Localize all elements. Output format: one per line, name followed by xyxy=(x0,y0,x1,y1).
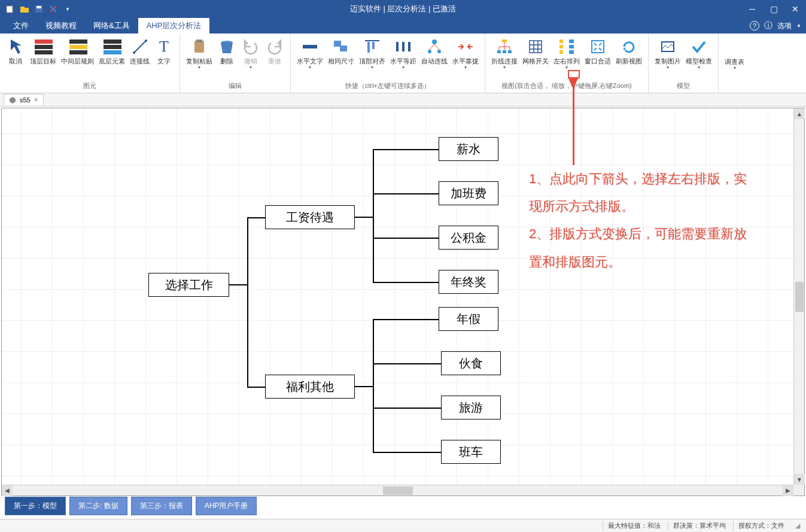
qat-open-icon[interactable] xyxy=(19,4,30,14)
redo-button[interactable]: 重做 xyxy=(263,36,287,66)
tab-video[interactable]: 视频教程 xyxy=(37,18,85,34)
svg-rect-10 xyxy=(104,45,121,49)
maximize-button[interactable]: ▢ xyxy=(763,0,784,18)
options-label[interactable]: 选项 xyxy=(777,21,792,31)
fit-icon xyxy=(588,37,607,56)
connector-button[interactable]: 连接线 xyxy=(127,36,152,66)
layers-yellow-icon xyxy=(68,37,87,56)
undo-button[interactable]: 撤销▾ xyxy=(239,36,263,71)
tab-ahp[interactable]: AHP层次分析法 xyxy=(138,18,210,34)
check-button[interactable]: 模型检查▾ xyxy=(683,36,714,71)
minimize-button[interactable]: ─ xyxy=(741,0,763,18)
svg-rect-36 xyxy=(559,39,563,43)
connector xyxy=(355,217,373,218)
qat-dropdown-icon[interactable]: ▼ xyxy=(62,4,73,14)
connector xyxy=(373,319,374,452)
connector xyxy=(355,386,373,387)
refresh-icon xyxy=(619,37,638,56)
bottom-layer-button[interactable]: 底层元素 xyxy=(96,36,127,66)
options-dropdown-icon[interactable]: ▼ xyxy=(796,23,801,29)
node-leaf-4[interactable]: 年终奖 xyxy=(439,270,498,294)
undo-icon xyxy=(241,37,260,56)
scroll-up-icon[interactable]: ▲ xyxy=(794,108,805,119)
tab-file[interactable]: 文件 xyxy=(5,18,37,34)
lralign-button[interactable]: 左右排列▾ xyxy=(551,36,582,71)
mid-layer-button[interactable]: 中间层规则 xyxy=(59,36,96,66)
node-leaf-1[interactable]: 薪水 xyxy=(439,137,498,161)
fitwin-button[interactable]: 窗口合适 xyxy=(582,36,613,66)
text-button[interactable]: T 文字 xyxy=(152,36,176,66)
connector xyxy=(373,452,441,453)
redo-icon xyxy=(265,37,284,56)
scroll-thumb[interactable] xyxy=(383,487,413,495)
close-button[interactable]: ✕ xyxy=(784,0,806,18)
lralign-icon xyxy=(557,37,576,56)
step-1-button[interactable]: 第一步：模型 xyxy=(5,497,66,515)
topalign-button[interactable]: 顶部对齐▾ xyxy=(357,36,388,71)
survey-button[interactable]: 调查表▾ xyxy=(722,47,747,72)
cancel-button[interactable]: 取消 xyxy=(4,36,28,66)
scroll-right-icon[interactable]: ▶ xyxy=(783,485,793,496)
refresh-button[interactable]: 刷新视图 xyxy=(613,36,644,66)
node-leaf-6[interactable]: 伙食 xyxy=(441,351,501,375)
qat-tool-icon[interactable] xyxy=(48,4,59,14)
diagram-canvas[interactable]: 选择工作 工资待遇 福利其他 薪水 加班费 公积金 年终奖 年假 伙食 旅游 班… xyxy=(2,108,804,495)
topalign-icon xyxy=(363,37,382,56)
node-leaf-8[interactable]: 班车 xyxy=(441,440,501,464)
scroll-down-icon[interactable]: ▼ xyxy=(794,474,805,485)
hspace-button[interactable]: 水平等距▾ xyxy=(388,36,419,71)
ribbon: 取消 顶层目标 中间层规则 底层元素 连接线 T 文字 图元 xyxy=(0,34,806,93)
node-leaf-2[interactable]: 加班费 xyxy=(439,181,498,205)
foldconn-button[interactable]: 折线连接▾ xyxy=(489,36,520,71)
tab-net[interactable]: 网络&工具 xyxy=(85,18,138,34)
resize-grip-icon[interactable]: ◢ xyxy=(792,522,800,530)
svg-rect-32 xyxy=(502,39,507,42)
step-manual-button[interactable]: AHP用户手册 xyxy=(196,497,257,515)
horizontal-scrollbar[interactable]: ◀ ▶ xyxy=(2,485,793,495)
svg-line-30 xyxy=(430,44,434,50)
svg-rect-23 xyxy=(372,42,375,49)
top-layer-button[interactable]: 顶层目标 xyxy=(28,36,59,66)
group-view-label: 视图(双击合适， 缩放，中键拖屏,右键Zoom) xyxy=(485,81,648,93)
delete-button[interactable]: 删除 xyxy=(215,36,239,66)
svg-rect-22 xyxy=(367,42,370,53)
node-root[interactable]: 选择工作 xyxy=(148,273,229,297)
svg-line-31 xyxy=(434,44,439,50)
node-mid-1[interactable]: 工资待遇 xyxy=(265,205,355,229)
samesize-button[interactable]: 相同尺寸 xyxy=(326,36,357,66)
node-leaf-7[interactable]: 旅游 xyxy=(441,396,501,419)
text-icon: T xyxy=(154,37,174,56)
htext-button[interactable]: 水平文字▾ xyxy=(294,36,326,71)
doctab-label: s55 xyxy=(20,96,31,104)
qat-save-icon[interactable] xyxy=(34,4,44,14)
grid-button[interactable]: 网格开关 xyxy=(520,36,551,66)
line-icon xyxy=(130,37,150,56)
copyimg-button[interactable]: 复制图片▾ xyxy=(652,36,683,71)
vertical-scrollbar[interactable]: ▲ ▼ xyxy=(793,108,804,485)
document-tab[interactable]: s55 × xyxy=(4,94,44,105)
image-icon xyxy=(658,37,677,56)
node-mid-2[interactable]: 福利其他 xyxy=(265,375,355,399)
help-icon[interactable]: ? xyxy=(750,21,759,31)
svg-rect-7 xyxy=(69,45,87,49)
scroll-thumb[interactable] xyxy=(795,282,804,312)
copy-paste-button[interactable]: 复制粘贴▾ xyxy=(184,36,215,71)
qat-new-icon[interactable] xyxy=(5,4,16,14)
svg-rect-43 xyxy=(662,42,674,51)
doctab-close-icon[interactable]: × xyxy=(34,96,38,104)
node-leaf-3[interactable]: 公积金 xyxy=(439,226,498,250)
scroll-left-icon[interactable]: ◀ xyxy=(2,485,13,496)
svg-rect-24 xyxy=(396,42,399,51)
step-3-button[interactable]: 第三步：报表 xyxy=(131,497,192,515)
step-2-button[interactable]: 第二步: 数据 xyxy=(69,497,127,515)
autoconn-button[interactable]: 自动连线 xyxy=(419,36,450,66)
svg-rect-37 xyxy=(559,45,563,48)
connector xyxy=(373,238,439,239)
hnear-button[interactable]: 水平靠拢▾ xyxy=(450,36,481,71)
htext-icon xyxy=(300,37,320,56)
grid-icon xyxy=(526,37,545,56)
svg-rect-41 xyxy=(569,50,574,54)
node-leaf-5[interactable]: 年假 xyxy=(439,307,498,331)
svg-rect-9 xyxy=(104,39,121,44)
info-icon[interactable]: ⓘ xyxy=(764,20,772,31)
